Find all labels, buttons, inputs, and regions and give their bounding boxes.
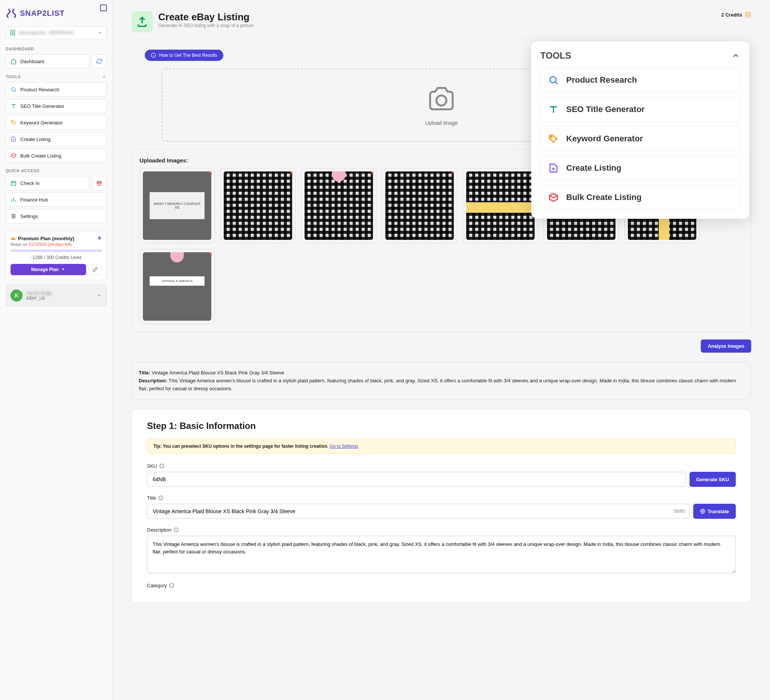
page-subtitle: Generate AI SEO listing with a snap of a… — [158, 23, 253, 28]
nav-label: Keyword Generator — [20, 120, 63, 126]
popup-create-listing[interactable]: Create Listing — [540, 156, 740, 181]
logo-icon — [6, 8, 17, 19]
step-title: Step 1: Basic Information — [147, 421, 736, 431]
nav-label: Bulk Create Listing — [20, 153, 61, 158]
svg-point-6 — [12, 214, 13, 215]
nav-product-research[interactable]: Product Research — [6, 82, 107, 97]
nav-finance[interactable]: Finance Hub — [6, 192, 107, 207]
thumbnail[interactable]: ✕MISSY / SENORA / COURANT XS — [139, 168, 215, 243]
page-icon — [132, 11, 153, 32]
chevron-down-icon — [97, 293, 102, 298]
title-input[interactable] — [147, 504, 689, 519]
main-content: Create eBay Listing Generate AI SEO list… — [113, 0, 770, 700]
thumbnail[interactable]: ✕ — [463, 168, 538, 243]
info-icon — [174, 527, 179, 532]
refresh-button[interactable] — [92, 54, 107, 68]
nav-label: Settings — [20, 213, 38, 219]
description-label: Description — [147, 527, 736, 533]
file-plus-icon — [548, 163, 559, 173]
description-input[interactable] — [147, 536, 736, 573]
nav-label: Product Research — [20, 87, 60, 92]
sku-input[interactable] — [147, 472, 686, 487]
nav-settings[interactable]: Settings — [6, 209, 107, 223]
box-icon — [548, 192, 559, 203]
nav-checkin[interactable]: Check In — [6, 176, 89, 190]
chevron-down-icon — [97, 30, 103, 36]
thumbnail[interactable]: ✕ — [382, 168, 457, 243]
credits-badge: 2 Credits — [721, 11, 751, 18]
translate-button[interactable]: Translate — [693, 504, 736, 519]
how-to-button[interactable]: How to Get The Best Results — [145, 50, 223, 61]
upload-icon — [136, 16, 148, 28]
section-tools[interactable]: TOOLS — [6, 74, 107, 79]
page-title: Create eBay Listing — [158, 11, 253, 23]
chevron-up-icon[interactable] — [731, 51, 740, 60]
refresh-icon — [96, 58, 102, 64]
nav-seo-title[interactable]: SEO Title Generator — [6, 99, 107, 113]
plan-credits: -1266 / 300 Credits Used — [11, 255, 102, 260]
nav-keyword[interactable]: Keyword Generator — [6, 115, 107, 130]
step-card: Step 1: Basic Information Tip: You can p… — [132, 409, 751, 603]
nav-label: Create Listing — [20, 136, 50, 142]
chart-icon — [11, 197, 16, 203]
thumbnail[interactable]: ✕VINTAGE ✕ AMERICA — [139, 249, 215, 324]
home-icon — [11, 58, 16, 64]
link-button[interactable] — [88, 264, 102, 275]
info-icon — [158, 495, 163, 500]
sparkle-icon — [61, 267, 65, 272]
crown-icon — [11, 236, 16, 241]
plan-card: Premium Plan (monthly) Reset on 1/27/202… — [6, 231, 107, 280]
remove-icon[interactable]: ✕ — [451, 170, 455, 176]
gift-icon — [96, 180, 102, 186]
nav-create-listing[interactable]: Create Listing — [6, 132, 107, 146]
popup-bulk-create[interactable]: Bulk Create Listing — [540, 185, 740, 210]
lightning-icon — [97, 235, 103, 241]
svg-point-11 — [437, 95, 446, 106]
remove-icon[interactable]: ✕ — [289, 170, 294, 176]
plan-title: Premium Plan (monthly) — [11, 236, 102, 241]
svg-point-8 — [12, 217, 13, 218]
text-icon — [11, 103, 16, 109]
nav-label: SEO Title Generator — [20, 103, 64, 109]
settings-link[interactable]: Go to Settings — [330, 444, 358, 449]
section-dashboard: DASHBOARD — [6, 47, 107, 51]
analyze-button[interactable]: Analyze Images — [701, 339, 751, 352]
nav-label: Check In — [20, 181, 39, 186]
nav-dashboard[interactable]: Dashboard — [6, 54, 89, 68]
coins-icon — [744, 11, 751, 18]
remove-icon[interactable]: ✕ — [208, 251, 213, 257]
nav-bulk-create[interactable]: Bulk Create Listing — [6, 149, 107, 163]
avatar: K — [11, 289, 23, 302]
generate-sku-button[interactable]: Generate SKU — [689, 472, 736, 487]
thumbnail[interactable]: ✕ — [220, 168, 296, 243]
svg-point-7 — [14, 216, 15, 217]
user-card[interactable]: K Kamal Singh EBAY_US — [6, 285, 107, 306]
popup-keyword[interactable]: Keyword Generator — [540, 126, 740, 151]
user-name: Kamal Singh — [26, 291, 93, 296]
category-label: Category — [147, 583, 736, 588]
gift-button[interactable] — [92, 176, 107, 190]
title-label: Title — [147, 495, 736, 501]
thumbnail[interactable]: ✕ — [301, 168, 376, 243]
tag-icon — [11, 120, 16, 126]
popup-seo-title[interactable]: SEO Title Generator — [540, 97, 740, 122]
box-icon — [11, 153, 16, 158]
page-header: Create eBay Listing Generate AI SEO list… — [132, 11, 751, 40]
nav-label: Finance Hub — [20, 197, 48, 203]
tools-popup: TOOLS Product Research SEO Title Generat… — [531, 41, 749, 219]
popup-product-research[interactable]: Product Research — [540, 68, 740, 92]
logo: SNAP2LIST — [6, 8, 107, 19]
tip-banner: Tip: You can preselect SKU options in th… — [147, 439, 736, 454]
sidebar: SNAP2LIST kamscapsule - INDIVIDUAL DASHB… — [0, 0, 113, 700]
tag-icon — [548, 133, 559, 144]
sku-label: SKU — [147, 463, 736, 469]
svg-rect-3 — [11, 181, 16, 185]
remove-icon[interactable]: ✕ — [208, 170, 213, 176]
account-selector[interactable]: kamscapsule - INDIVIDUAL — [6, 26, 107, 39]
globe-icon — [700, 509, 705, 514]
remove-icon[interactable]: ✕ — [370, 170, 374, 176]
manage-plan-button[interactable]: Manage Plan — [11, 264, 86, 275]
title-counter: 58/80 — [674, 509, 685, 514]
calendar-icon — [11, 180, 16, 186]
user-sub: EBAY_US — [26, 296, 93, 301]
